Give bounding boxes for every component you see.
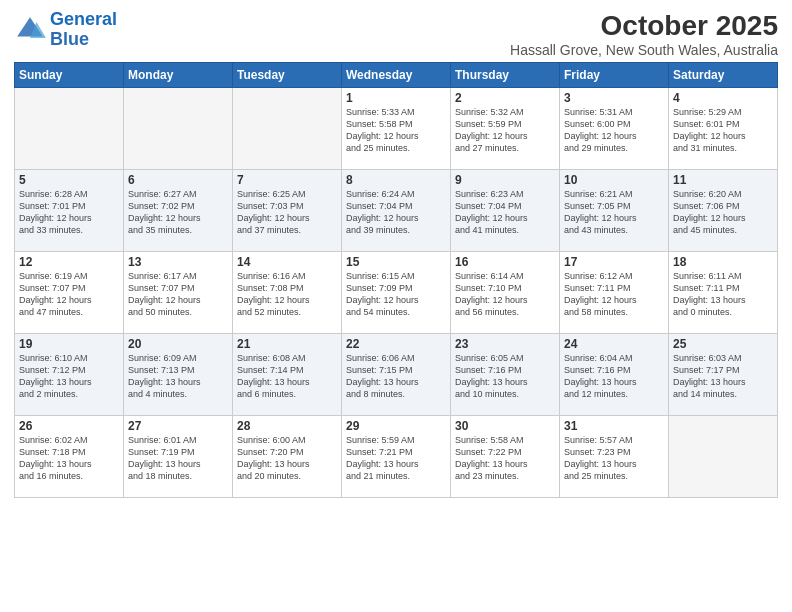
table-row: 11Sunrise: 6:20 AM Sunset: 7:06 PM Dayli…: [669, 170, 778, 252]
day-info: Sunrise: 6:03 AM Sunset: 7:17 PM Dayligh…: [673, 352, 773, 401]
day-info: Sunrise: 6:21 AM Sunset: 7:05 PM Dayligh…: [564, 188, 664, 237]
table-row: 18Sunrise: 6:11 AM Sunset: 7:11 PM Dayli…: [669, 252, 778, 334]
table-row: 8Sunrise: 6:24 AM Sunset: 7:04 PM Daylig…: [342, 170, 451, 252]
header-monday: Monday: [124, 63, 233, 88]
day-number: 30: [455, 419, 555, 433]
day-info: Sunrise: 6:16 AM Sunset: 7:08 PM Dayligh…: [237, 270, 337, 319]
day-number: 24: [564, 337, 664, 351]
table-row: 27Sunrise: 6:01 AM Sunset: 7:19 PM Dayli…: [124, 416, 233, 498]
day-number: 17: [564, 255, 664, 269]
day-number: 12: [19, 255, 119, 269]
table-row: 14Sunrise: 6:16 AM Sunset: 7:08 PM Dayli…: [233, 252, 342, 334]
day-number: 6: [128, 173, 228, 187]
header-sunday: Sunday: [15, 63, 124, 88]
day-info: Sunrise: 6:01 AM Sunset: 7:19 PM Dayligh…: [128, 434, 228, 483]
day-info: Sunrise: 6:02 AM Sunset: 7:18 PM Dayligh…: [19, 434, 119, 483]
page-header: General Blue October 2025 Hassall Grove,…: [14, 10, 778, 58]
day-number: 25: [673, 337, 773, 351]
header-saturday: Saturday: [669, 63, 778, 88]
header-wednesday: Wednesday: [342, 63, 451, 88]
day-number: 5: [19, 173, 119, 187]
table-row: 10Sunrise: 6:21 AM Sunset: 7:05 PM Dayli…: [560, 170, 669, 252]
calendar-week-row: 12Sunrise: 6:19 AM Sunset: 7:07 PM Dayli…: [15, 252, 778, 334]
table-row: 31Sunrise: 5:57 AM Sunset: 7:23 PM Dayli…: [560, 416, 669, 498]
table-row: 25Sunrise: 6:03 AM Sunset: 7:17 PM Dayli…: [669, 334, 778, 416]
day-number: 9: [455, 173, 555, 187]
day-info: Sunrise: 5:33 AM Sunset: 5:58 PM Dayligh…: [346, 106, 446, 155]
page-container: General Blue October 2025 Hassall Grove,…: [0, 0, 792, 612]
day-info: Sunrise: 6:15 AM Sunset: 7:09 PM Dayligh…: [346, 270, 446, 319]
calendar-subtitle: Hassall Grove, New South Wales, Australi…: [510, 42, 778, 58]
day-number: 23: [455, 337, 555, 351]
table-row: 23Sunrise: 6:05 AM Sunset: 7:16 PM Dayli…: [451, 334, 560, 416]
day-info: Sunrise: 5:57 AM Sunset: 7:23 PM Dayligh…: [564, 434, 664, 483]
calendar-title: October 2025: [510, 10, 778, 42]
day-number: 16: [455, 255, 555, 269]
day-info: Sunrise: 6:19 AM Sunset: 7:07 PM Dayligh…: [19, 270, 119, 319]
day-info: Sunrise: 6:05 AM Sunset: 7:16 PM Dayligh…: [455, 352, 555, 401]
day-info: Sunrise: 5:59 AM Sunset: 7:21 PM Dayligh…: [346, 434, 446, 483]
day-info: Sunrise: 6:17 AM Sunset: 7:07 PM Dayligh…: [128, 270, 228, 319]
table-row: 5Sunrise: 6:28 AM Sunset: 7:01 PM Daylig…: [15, 170, 124, 252]
table-row: 15Sunrise: 6:15 AM Sunset: 7:09 PM Dayli…: [342, 252, 451, 334]
table-row: 29Sunrise: 5:59 AM Sunset: 7:21 PM Dayli…: [342, 416, 451, 498]
day-info: Sunrise: 6:12 AM Sunset: 7:11 PM Dayligh…: [564, 270, 664, 319]
header-tuesday: Tuesday: [233, 63, 342, 88]
day-number: 22: [346, 337, 446, 351]
day-number: 28: [237, 419, 337, 433]
day-number: 7: [237, 173, 337, 187]
table-row: 12Sunrise: 6:19 AM Sunset: 7:07 PM Dayli…: [15, 252, 124, 334]
day-info: Sunrise: 5:31 AM Sunset: 6:00 PM Dayligh…: [564, 106, 664, 155]
day-info: Sunrise: 6:04 AM Sunset: 7:16 PM Dayligh…: [564, 352, 664, 401]
day-number: 14: [237, 255, 337, 269]
table-row: 17Sunrise: 6:12 AM Sunset: 7:11 PM Dayli…: [560, 252, 669, 334]
table-row: 26Sunrise: 6:02 AM Sunset: 7:18 PM Dayli…: [15, 416, 124, 498]
logo: General Blue: [14, 10, 117, 50]
table-row: [15, 88, 124, 170]
title-block: October 2025 Hassall Grove, New South Wa…: [510, 10, 778, 58]
header-friday: Friday: [560, 63, 669, 88]
day-info: Sunrise: 6:28 AM Sunset: 7:01 PM Dayligh…: [19, 188, 119, 237]
day-number: 13: [128, 255, 228, 269]
table-row: 19Sunrise: 6:10 AM Sunset: 7:12 PM Dayli…: [15, 334, 124, 416]
table-row: 2Sunrise: 5:32 AM Sunset: 5:59 PM Daylig…: [451, 88, 560, 170]
table-row: 24Sunrise: 6:04 AM Sunset: 7:16 PM Dayli…: [560, 334, 669, 416]
day-number: 21: [237, 337, 337, 351]
header-thursday: Thursday: [451, 63, 560, 88]
day-number: 1: [346, 91, 446, 105]
day-number: 31: [564, 419, 664, 433]
day-number: 19: [19, 337, 119, 351]
day-info: Sunrise: 6:06 AM Sunset: 7:15 PM Dayligh…: [346, 352, 446, 401]
table-row: 3Sunrise: 5:31 AM Sunset: 6:00 PM Daylig…: [560, 88, 669, 170]
day-info: Sunrise: 6:20 AM Sunset: 7:06 PM Dayligh…: [673, 188, 773, 237]
day-info: Sunrise: 6:25 AM Sunset: 7:03 PM Dayligh…: [237, 188, 337, 237]
calendar-week-row: 5Sunrise: 6:28 AM Sunset: 7:01 PM Daylig…: [15, 170, 778, 252]
day-info: Sunrise: 5:58 AM Sunset: 7:22 PM Dayligh…: [455, 434, 555, 483]
day-info: Sunrise: 6:14 AM Sunset: 7:10 PM Dayligh…: [455, 270, 555, 319]
table-row: [233, 88, 342, 170]
day-number: 27: [128, 419, 228, 433]
calendar-week-row: 1Sunrise: 5:33 AM Sunset: 5:58 PM Daylig…: [15, 88, 778, 170]
table-row: [669, 416, 778, 498]
day-info: Sunrise: 6:09 AM Sunset: 7:13 PM Dayligh…: [128, 352, 228, 401]
day-number: 4: [673, 91, 773, 105]
day-number: 20: [128, 337, 228, 351]
table-row: 7Sunrise: 6:25 AM Sunset: 7:03 PM Daylig…: [233, 170, 342, 252]
calendar-table: Sunday Monday Tuesday Wednesday Thursday…: [14, 62, 778, 498]
day-info: Sunrise: 6:10 AM Sunset: 7:12 PM Dayligh…: [19, 352, 119, 401]
day-info: Sunrise: 6:23 AM Sunset: 7:04 PM Dayligh…: [455, 188, 555, 237]
day-number: 8: [346, 173, 446, 187]
calendar-week-row: 26Sunrise: 6:02 AM Sunset: 7:18 PM Dayli…: [15, 416, 778, 498]
day-info: Sunrise: 6:24 AM Sunset: 7:04 PM Dayligh…: [346, 188, 446, 237]
table-row: 6Sunrise: 6:27 AM Sunset: 7:02 PM Daylig…: [124, 170, 233, 252]
day-info: Sunrise: 6:27 AM Sunset: 7:02 PM Dayligh…: [128, 188, 228, 237]
table-row: 21Sunrise: 6:08 AM Sunset: 7:14 PM Dayli…: [233, 334, 342, 416]
table-row: 30Sunrise: 5:58 AM Sunset: 7:22 PM Dayli…: [451, 416, 560, 498]
table-row: 20Sunrise: 6:09 AM Sunset: 7:13 PM Dayli…: [124, 334, 233, 416]
day-number: 3: [564, 91, 664, 105]
day-info: Sunrise: 6:00 AM Sunset: 7:20 PM Dayligh…: [237, 434, 337, 483]
day-number: 15: [346, 255, 446, 269]
day-number: 11: [673, 173, 773, 187]
day-number: 29: [346, 419, 446, 433]
table-row: 16Sunrise: 6:14 AM Sunset: 7:10 PM Dayli…: [451, 252, 560, 334]
